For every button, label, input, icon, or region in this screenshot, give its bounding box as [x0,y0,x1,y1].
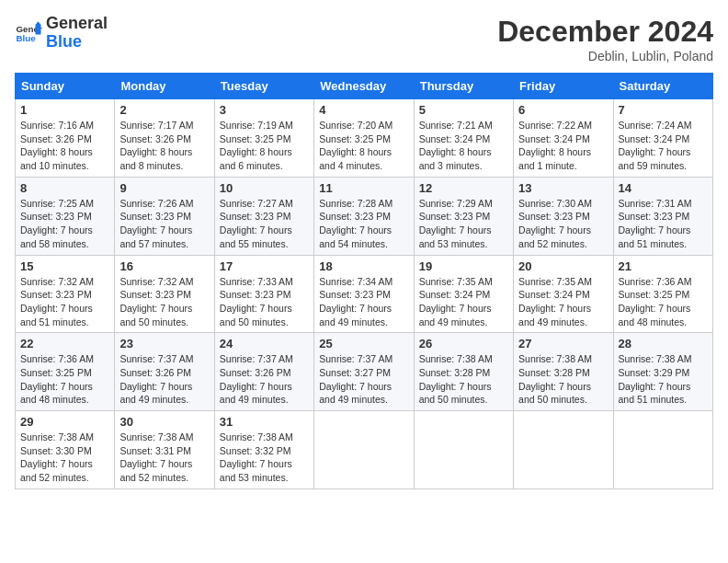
calendar-cell: 2 Sunrise: 7:17 AMSunset: 3:26 PMDayligh… [115,99,214,178]
day-info: Sunrise: 7:17 AMSunset: 3:26 PMDaylight:… [119,119,209,173]
calendar-cell: 28 Sunrise: 7:38 AMSunset: 3:29 PMDaylig… [613,333,712,411]
day-info: Sunrise: 7:38 AMSunset: 3:32 PMDaylight:… [220,431,309,485]
day-number: 11 [319,181,408,195]
day-number: 27 [518,337,608,350]
calendar-cell: 12 Sunrise: 7:29 AMSunset: 3:23 PMDaylig… [414,177,513,255]
calendar-cell: 6 Sunrise: 7:22 AMSunset: 3:24 PMDayligh… [514,99,613,178]
day-number: 20 [518,259,608,273]
calendar-cell: 29 Sunrise: 7:38 AMSunset: 3:30 PMDaylig… [16,411,115,489]
day-number: 28 [619,337,708,350]
day-info: Sunrise: 7:37 AMSunset: 3:26 PMDaylight:… [119,352,209,407]
day-number: 13 [518,181,608,195]
calendar-cell: 25 Sunrise: 7:37 AMSunset: 3:27 PMDaylig… [314,333,414,411]
calendar-week-1: 1 Sunrise: 7:16 AMSunset: 3:26 PMDayligh… [16,99,713,178]
day-info: Sunrise: 7:22 AMSunset: 3:24 PMDaylight:… [518,119,608,173]
calendar-cell: 20 Sunrise: 7:35 AMSunset: 3:24 PMDaylig… [514,255,613,333]
title-block: December 2024 Deblin, Lublin, Poland [497,15,713,63]
day-info: Sunrise: 7:36 AMSunset: 3:25 PMDaylight:… [619,275,708,329]
day-number: 1 [20,103,109,117]
calendar-cell: 4 Sunrise: 7:20 AMSunset: 3:25 PMDayligh… [314,99,414,178]
day-number: 21 [619,259,708,273]
day-info: Sunrise: 7:28 AMSunset: 3:23 PMDaylight:… [319,197,408,251]
calendar-cell [613,411,712,489]
calendar-cell: 3 Sunrise: 7:19 AMSunset: 3:25 PMDayligh… [214,99,313,178]
day-info: Sunrise: 7:34 AMSunset: 3:23 PMDaylight:… [319,275,408,329]
svg-marker-2 [36,25,41,35]
weekday-header-monday: Monday [115,74,214,99]
month-title: December 2024 [497,15,713,49]
logo: General Blue General Blue [15,15,108,52]
day-number: 25 [319,337,408,350]
weekday-header-saturday: Saturday [613,74,712,99]
day-info: Sunrise: 7:25 AMSunset: 3:23 PMDaylight:… [20,197,109,251]
day-info: Sunrise: 7:36 AMSunset: 3:25 PMDaylight:… [20,352,109,407]
calendar-cell: 13 Sunrise: 7:30 AMSunset: 3:23 PMDaylig… [514,177,613,255]
day-number: 8 [20,181,109,195]
day-info: Sunrise: 7:37 AMSunset: 3:27 PMDaylight:… [319,352,408,407]
day-number: 15 [20,259,109,273]
day-number: 31 [220,415,309,429]
day-info: Sunrise: 7:27 AMSunset: 3:23 PMDaylight:… [220,197,309,251]
day-info: Sunrise: 7:38 AMSunset: 3:31 PMDaylight:… [119,431,209,485]
day-info: Sunrise: 7:29 AMSunset: 3:23 PMDaylight:… [419,197,508,251]
day-info: Sunrise: 7:32 AMSunset: 3:23 PMDaylight:… [20,275,109,329]
calendar-week-2: 8 Sunrise: 7:25 AMSunset: 3:23 PMDayligh… [16,177,713,255]
calendar-cell: 21 Sunrise: 7:36 AMSunset: 3:25 PMDaylig… [613,255,712,333]
day-number: 9 [119,181,209,195]
day-number: 17 [220,259,309,273]
day-number: 10 [220,181,309,195]
day-number: 2 [119,103,209,117]
location: Deblin, Lublin, Poland [497,49,713,63]
day-number: 7 [619,103,708,117]
day-info: Sunrise: 7:32 AMSunset: 3:23 PMDaylight:… [119,275,209,329]
day-number: 30 [119,415,209,429]
day-number: 18 [319,259,408,273]
day-info: Sunrise: 7:37 AMSunset: 3:26 PMDaylight:… [220,352,309,407]
calendar-cell: 18 Sunrise: 7:34 AMSunset: 3:23 PMDaylig… [314,255,414,333]
weekday-header-wednesday: Wednesday [314,74,414,99]
calendar-cell: 31 Sunrise: 7:38 AMSunset: 3:32 PMDaylig… [214,411,313,489]
calendar-cell: 14 Sunrise: 7:31 AMSunset: 3:23 PMDaylig… [613,177,712,255]
calendar-cell [414,411,513,489]
day-info: Sunrise: 7:35 AMSunset: 3:24 PMDaylight:… [518,275,608,329]
calendar-cell: 7 Sunrise: 7:24 AMSunset: 3:24 PMDayligh… [613,99,712,178]
day-info: Sunrise: 7:30 AMSunset: 3:23 PMDaylight:… [518,197,608,251]
page-header: General Blue General Blue December 2024 … [15,15,713,63]
logo-text: General Blue [46,15,108,52]
day-number: 22 [20,337,109,350]
calendar-cell: 27 Sunrise: 7:38 AMSunset: 3:28 PMDaylig… [514,333,613,411]
day-info: Sunrise: 7:19 AMSunset: 3:25 PMDaylight:… [220,119,309,173]
calendar-cell: 19 Sunrise: 7:35 AMSunset: 3:24 PMDaylig… [414,255,513,333]
calendar-cell [514,411,613,489]
calendar-cell: 23 Sunrise: 7:37 AMSunset: 3:26 PMDaylig… [115,333,214,411]
day-info: Sunrise: 7:38 AMSunset: 3:30 PMDaylight:… [20,431,109,485]
calendar-week-5: 29 Sunrise: 7:38 AMSunset: 3:30 PMDaylig… [16,411,713,489]
calendar-week-3: 15 Sunrise: 7:32 AMSunset: 3:23 PMDaylig… [16,255,713,333]
calendar-cell: 8 Sunrise: 7:25 AMSunset: 3:23 PMDayligh… [16,177,115,255]
day-info: Sunrise: 7:16 AMSunset: 3:26 PMDaylight:… [20,119,109,173]
calendar-cell: 24 Sunrise: 7:37 AMSunset: 3:26 PMDaylig… [214,333,313,411]
calendar-cell: 26 Sunrise: 7:38 AMSunset: 3:28 PMDaylig… [414,333,513,411]
day-info: Sunrise: 7:33 AMSunset: 3:23 PMDaylight:… [220,275,309,329]
calendar-cell: 22 Sunrise: 7:36 AMSunset: 3:25 PMDaylig… [16,333,115,411]
day-info: Sunrise: 7:31 AMSunset: 3:23 PMDaylight:… [619,197,708,251]
calendar-cell: 10 Sunrise: 7:27 AMSunset: 3:23 PMDaylig… [214,177,313,255]
day-number: 24 [220,337,309,350]
weekday-header-row: SundayMondayTuesdayWednesdayThursdayFrid… [16,74,713,99]
day-number: 3 [220,103,309,117]
calendar-table: SundayMondayTuesdayWednesdayThursdayFrid… [15,73,713,489]
day-number: 29 [20,415,109,429]
calendar-cell: 5 Sunrise: 7:21 AMSunset: 3:24 PMDayligh… [414,99,513,178]
calendar-week-4: 22 Sunrise: 7:36 AMSunset: 3:25 PMDaylig… [16,333,713,411]
calendar-cell: 9 Sunrise: 7:26 AMSunset: 3:23 PMDayligh… [115,177,214,255]
weekday-header-sunday: Sunday [16,74,115,99]
logo-icon: General Blue [15,19,42,47]
day-number: 4 [319,103,408,117]
day-info: Sunrise: 7:35 AMSunset: 3:24 PMDaylight:… [419,275,508,329]
calendar-cell: 30 Sunrise: 7:38 AMSunset: 3:31 PMDaylig… [115,411,214,489]
day-info: Sunrise: 7:38 AMSunset: 3:28 PMDaylight:… [518,352,608,407]
calendar-cell: 16 Sunrise: 7:32 AMSunset: 3:23 PMDaylig… [115,255,214,333]
calendar-cell: 15 Sunrise: 7:32 AMSunset: 3:23 PMDaylig… [16,255,115,333]
calendar-cell: 1 Sunrise: 7:16 AMSunset: 3:26 PMDayligh… [16,99,115,178]
day-number: 14 [619,181,708,195]
